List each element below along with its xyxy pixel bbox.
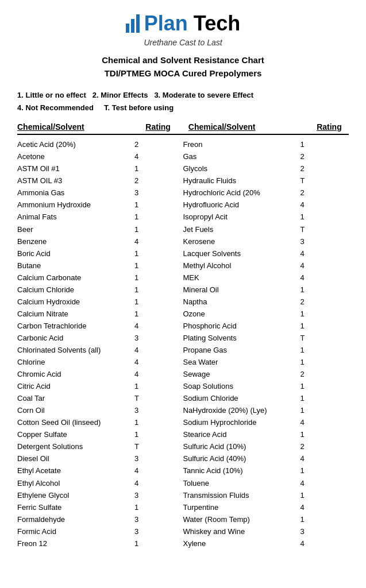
rating-value: 2 [298, 440, 333, 452]
chemical-name: Chlorine [17, 356, 132, 368]
table-row: Hydraulic FluidsT [183, 175, 349, 187]
chemical-name: Formaldehyde [17, 513, 132, 525]
chemical-name: Benzene [17, 235, 132, 247]
table-row: Sulfuric Acid (10%)2 [183, 440, 349, 452]
rating-value: 4 [132, 356, 167, 368]
table-row: Sodium Hyprochloride4 [183, 416, 349, 428]
chart-title-line1: Chemical and Solvent Resistance Chart [17, 54, 349, 67]
table-row: Cotton Seed Oil (linseed)1 [17, 416, 183, 428]
chemical-name: Toluene [183, 477, 298, 489]
chemical-name: Ferric Sulfate [17, 501, 132, 513]
table-row: Carbonic Acid3 [17, 332, 183, 344]
table-row: Diesel Oil3 [17, 452, 183, 465]
rating-value: 4 [132, 477, 167, 489]
chemical-name: Boric Acid [17, 247, 132, 260]
chemical-name: Sea Water [183, 356, 298, 368]
rating-value: 1 [132, 501, 167, 513]
rating-value: 1 [298, 489, 333, 501]
chemical-name: Hydrochloric Acid (20% [183, 187, 298, 199]
rating-value: T [298, 223, 333, 235]
chemical-name: Kerosene [183, 235, 298, 247]
chemical-name: Acetic Acid (20%) [17, 138, 132, 150]
table-row: Ethyl Acetate4 [17, 465, 183, 477]
rating-value: 1 [132, 272, 167, 284]
table-row: Glycols2 [183, 163, 349, 175]
chart-title-line2: TDI/PTMEG MOCA Cured Prepolymers [17, 67, 349, 80]
table-row: Kerosene3 [183, 235, 349, 247]
table-row: Soap Solutions1 [183, 380, 349, 392]
rating-value: 3 [132, 332, 167, 344]
chemical-name: Whiskey and Wine [183, 525, 298, 537]
logo-tech: Tech [188, 11, 240, 35]
logo-bars-icon [126, 14, 140, 33]
chemical-name: Sodium Hyprochloride [183, 416, 298, 428]
logo-bar-1 [126, 24, 129, 33]
table-row: Tannic Acid (10%)1 [183, 465, 349, 477]
table-row: Turpentine4 [183, 501, 349, 513]
col-header-rating1: Rating [145, 122, 188, 131]
table-row: Ferric Sulfate1 [17, 501, 183, 513]
table-row: Detergent SolutionsT [17, 440, 183, 452]
rating-value: 1 [132, 284, 167, 296]
legend-line2: 4. Not Recommended T. Test before using [17, 102, 349, 114]
rating-value: 1 [298, 356, 333, 368]
chemical-name: Corn Oil [17, 404, 132, 416]
rating-value: 1 [132, 537, 167, 550]
table-row: MEK4 [183, 272, 349, 284]
rating-value: T [298, 332, 333, 344]
table-row: Whiskey and Wine3 [183, 525, 349, 537]
legend-item4: 4. Not Recommended [17, 103, 94, 112]
chemical-name: Jet Fuels [183, 223, 298, 235]
legend-itemT: T. Test before using [104, 103, 174, 112]
rating-value: 1 [132, 163, 167, 175]
chemical-name: Carbon Tetrachloride [17, 320, 132, 332]
rating-value: 1 [132, 428, 167, 440]
chemical-name: Sewage [183, 368, 298, 380]
chemical-name: Xylene [183, 537, 298, 550]
rating-value: 1 [298, 320, 333, 332]
chemical-name: Hydraulic Fluids [183, 175, 298, 187]
table-row: Ethyl Alcohol4 [17, 477, 183, 489]
rating-value: T [298, 175, 333, 187]
rating-value: 4 [298, 199, 333, 211]
rating-value: 4 [132, 465, 167, 477]
rating-value: 4 [298, 477, 333, 489]
chart-title: Chemical and Solvent Resistance Chart TD… [17, 54, 349, 80]
chemical-name: Freon 12 [17, 537, 132, 550]
rating-value: 1 [298, 284, 333, 296]
chemical-name: Diesel Oil [17, 452, 132, 465]
legend-item1: 1. Little or no effect [17, 91, 86, 99]
rating-value: 1 [132, 223, 167, 235]
chemical-name: Sulfuric Acid (10%) [183, 440, 298, 452]
table-row: Phosphoric Acid1 [183, 320, 349, 332]
legend: 1. Little or no effect 2. Minor Effects … [17, 89, 349, 114]
table-row: Calcium Hydroxide1 [17, 296, 183, 308]
table-row: Lacquer Solvents4 [183, 247, 349, 260]
chemical-name: Sodium Chloride [183, 392, 298, 404]
chemical-name: Glycols [183, 163, 298, 175]
col-header-chem1: Chemical/Solvent [17, 122, 145, 131]
logo-bar-3 [136, 14, 140, 33]
chemical-name: Animal Fats [17, 211, 132, 223]
table-row: Coal TarT [17, 392, 183, 404]
table-row: ASTM Oil #11 [17, 163, 183, 175]
rating-value: 3 [132, 404, 167, 416]
col-header-rating2: Rating [317, 122, 349, 131]
rating-value: 2 [132, 138, 167, 150]
table-row: NaHydroxide (20%) (Lye)1 [183, 404, 349, 416]
rating-value: 3 [132, 513, 167, 525]
chemical-name: Citric Acid [17, 380, 132, 392]
rating-value: 1 [298, 465, 333, 477]
chemical-name: Calcium Carbonate [17, 272, 132, 284]
table-row: Transmission Fluids1 [183, 489, 349, 501]
table-row: Acetic Acid (20%)2 [17, 138, 183, 150]
table-row: ASTM OIL #32 [17, 175, 183, 187]
chemical-name: Chromic Acid [17, 368, 132, 380]
chemical-name: Ammonium Hydroxide [17, 199, 132, 211]
table-row: Water (Room Temp)1 [183, 513, 349, 525]
rating-value: 1 [298, 211, 333, 223]
rating-value: 4 [298, 537, 333, 550]
table-row: Butane1 [17, 260, 183, 272]
rating-value: 1 [132, 296, 167, 308]
rating-value: 3 [132, 187, 167, 199]
